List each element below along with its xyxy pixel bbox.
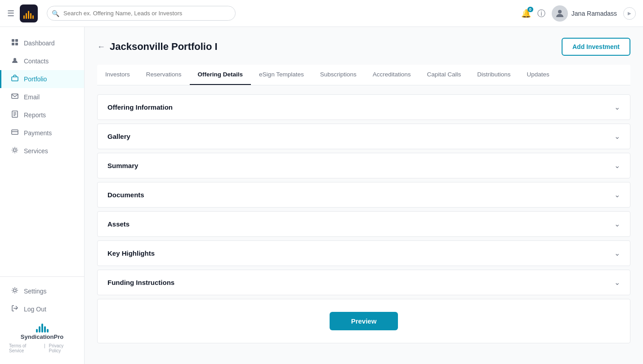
sidebar-bottom: Settings Log Out: [0, 276, 84, 318]
accordion-chevron-offering-information: ⌄: [614, 103, 620, 111]
sidebar-label-payments: Payments: [24, 129, 52, 137]
terms-of-service-link[interactable]: Terms of Service: [9, 343, 40, 353]
accordion-header-funding-instructions[interactable]: Funding Instructions ⌄: [98, 270, 630, 295]
page-title: Jacksonville Portfolio I: [110, 41, 218, 53]
svg-rect-7: [12, 39, 14, 42]
accordion-chevron-funding-instructions: ⌄: [614, 278, 620, 287]
services-nav-icon: [10, 146, 19, 155]
accordion-header-summary[interactable]: Summary ⌄: [98, 153, 630, 178]
accordion-section-documents: Documents ⌄: [97, 182, 630, 208]
app-logo: [20, 4, 38, 22]
svg-rect-1: [23, 15, 25, 19]
avatar: [552, 5, 568, 22]
svg-rect-2: [26, 13, 27, 19]
accordion-section-summary: Summary ⌄: [97, 153, 630, 178]
tabs-bar: InvestorsReservationsOffering DetailseSi…: [97, 65, 630, 85]
accordion-chevron-documents: ⌄: [614, 191, 620, 199]
hamburger-menu-icon[interactable]: ☰: [7, 9, 14, 18]
notification-bell-icon[interactable]: 🔔 0: [521, 9, 531, 18]
svg-rect-8: [15, 39, 18, 42]
sidebar-label-reports: Reports: [24, 111, 46, 119]
accordion-section-key-highlights: Key Highlights ⌄: [97, 240, 630, 266]
sidebar-label-dashboard: Dashboard: [24, 40, 55, 47]
brand-logo-area: SyndicationPro: [0, 318, 84, 341]
dashboard-nav-icon: [10, 39, 19, 48]
sidebar-item-portfolio[interactable]: Portfolio: [0, 70, 84, 88]
accordion-header-documents[interactable]: Documents ⌄: [98, 182, 630, 207]
svg-rect-4: [30, 13, 31, 19]
sidebar: Dashboard Contacts Portfolio Email Repor…: [0, 27, 85, 364]
accordion-container: Offering Information ⌄ Gallery ⌄ Summary…: [97, 94, 630, 295]
sidebar-item-dashboard[interactable]: Dashboard: [0, 34, 84, 52]
sidebar-footer-links: Terms of Service | Privacy Policy: [0, 341, 84, 357]
user-menu[interactable]: Jana Ramadass: [552, 5, 617, 22]
app-layout: Dashboard Contacts Portfolio Email Repor…: [0, 27, 643, 364]
accordion-chevron-assets: ⌄: [614, 220, 620, 228]
sidebar-label-portfolio: Portfolio: [24, 75, 47, 83]
tab-offering-details[interactable]: Offering Details: [190, 65, 251, 85]
username-label: Jana Ramadass: [572, 10, 617, 17]
sidebar-item-payments[interactable]: Payments: [0, 124, 84, 142]
add-investment-button[interactable]: Add Investment: [562, 38, 630, 56]
svg-rect-5: [32, 15, 34, 19]
portfolio-nav-icon: [10, 75, 19, 84]
sidebar-item-email[interactable]: Email: [0, 88, 84, 106]
footer-separator: |: [44, 343, 45, 353]
sidebar-label-logout: Log Out: [24, 306, 46, 313]
preview-button[interactable]: Preview: [330, 312, 398, 330]
accordion-header-offering-information[interactable]: Offering Information ⌄: [98, 95, 630, 120]
accordion-chevron-gallery: ⌄: [614, 132, 620, 141]
sidebar-label-contacts: Contacts: [24, 58, 49, 65]
accordion-title-offering-information: Offering Information: [107, 103, 173, 111]
accordion-title-funding-instructions: Funding Instructions: [107, 279, 174, 286]
main-content: ← Jacksonville Portfolio I Add Investmen…: [85, 27, 643, 364]
sidebar-item-reports[interactable]: Reports: [0, 106, 84, 124]
sidebar-item-contacts[interactable]: Contacts: [0, 52, 84, 70]
tab-capital-calls[interactable]: Capital Calls: [419, 65, 469, 85]
accordion-title-assets: Assets: [107, 220, 129, 228]
email-nav-icon: [10, 93, 19, 102]
accordion-header-key-highlights[interactable]: Key Highlights ⌄: [98, 241, 630, 266]
tab-reservations[interactable]: Reservations: [138, 65, 190, 85]
tab-accreditations[interactable]: Accreditations: [365, 65, 419, 85]
help-icon[interactable]: ⓘ: [537, 8, 545, 19]
accordion-title-gallery: Gallery: [107, 133, 130, 140]
accordion-title-summary: Summary: [107, 162, 138, 169]
svg-rect-10: [15, 43, 18, 45]
brand-name: SyndicationPro: [21, 333, 63, 341]
privacy-policy-link[interactable]: Privacy Policy: [49, 343, 75, 353]
tab-updates[interactable]: Updates: [519, 65, 558, 85]
svg-rect-12: [12, 77, 18, 81]
tab-subscriptions[interactable]: Subscriptions: [312, 65, 365, 85]
tab-esign-templates[interactable]: eSign Templates: [251, 65, 312, 85]
sidebar-item-logout[interactable]: Log Out: [0, 300, 84, 318]
svg-rect-13: [12, 94, 18, 98]
search-bar: 🔍: [47, 6, 236, 21]
accordion-header-gallery[interactable]: Gallery ⌄: [98, 124, 630, 149]
reports-nav-icon: [10, 111, 19, 120]
svg-rect-18: [12, 130, 18, 134]
user-settings-icon[interactable]: ▶: [623, 7, 636, 20]
sidebar-label-settings: Settings: [24, 288, 47, 295]
accordion-title-documents: Documents: [107, 191, 144, 199]
topnav-actions: 🔔 0 ⓘ Jana Ramadass ▶: [521, 5, 636, 22]
search-input[interactable]: [47, 6, 236, 21]
accordion-chevron-key-highlights: ⌄: [614, 249, 620, 257]
tab-distributions[interactable]: Distributions: [469, 65, 518, 85]
svg-point-20: [13, 149, 16, 151]
accordion-section-assets: Assets ⌄: [97, 211, 630, 237]
payments-nav-icon: [10, 129, 19, 138]
logout-icon: [10, 305, 19, 314]
sidebar-item-services[interactable]: Services: [0, 142, 84, 160]
svg-point-21: [13, 289, 16, 292]
brand-waves-icon: [36, 322, 49, 333]
svg-rect-3: [28, 11, 29, 19]
back-button[interactable]: ←: [97, 42, 105, 52]
sidebar-item-settings[interactable]: Settings: [0, 282, 84, 300]
page-header: ← Jacksonville Portfolio I Add Investmen…: [97, 38, 630, 56]
accordion-chevron-summary: ⌄: [614, 161, 620, 170]
accordion-header-assets[interactable]: Assets ⌄: [98, 212, 630, 236]
tab-investors[interactable]: Investors: [97, 65, 138, 85]
notification-badge: 0: [527, 7, 533, 12]
svg-rect-9: [12, 43, 14, 45]
